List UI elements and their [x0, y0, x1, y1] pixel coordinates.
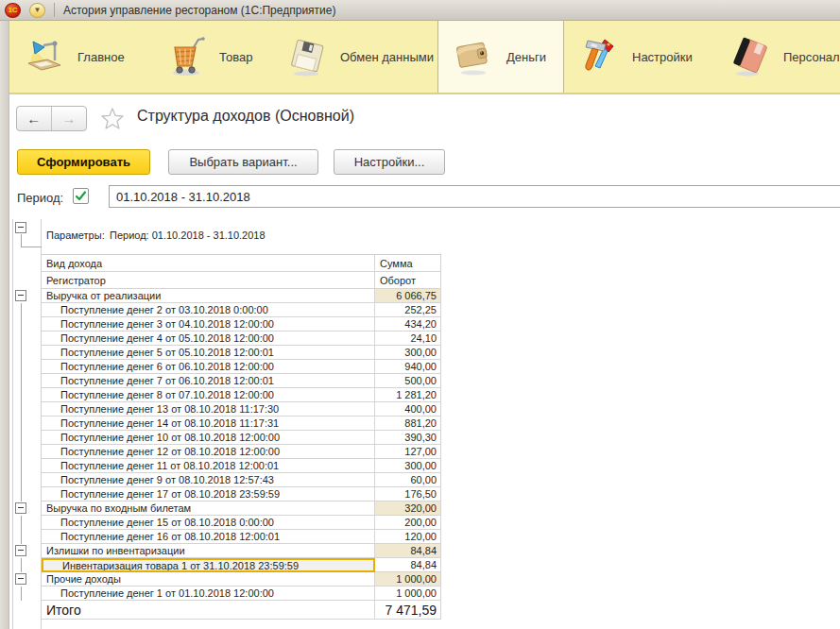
report-detail-row[interactable]: Инвентаризация товара 1 от 31.10.2018 23… [12, 558, 441, 572]
row-value-cell: 60,00 [375, 473, 441, 487]
1c-logo-icon: 1С [5, 3, 21, 18]
row-value-cell: 84,84 [375, 558, 441, 572]
favorite-star-icon[interactable] [99, 106, 126, 132]
tree-connector [21, 473, 22, 487]
row-name-cell: Прочие доходы [42, 572, 375, 586]
params-cell: Параметры: Период: 01.10.2018 - 31.10.20… [42, 219, 441, 255]
report-detail-row[interactable]: Поступление денег 16 от 08.10.2018 12:00… [12, 530, 441, 544]
report-detail-row[interactable]: Поступление денег 14 от 08.10.2018 11:17… [12, 416, 441, 431]
report-detail-row[interactable]: Поступление денег 9 от 08.10.2018 12:57:… [12, 473, 441, 487]
ribbon-tab-dengi[interactable]: Деньги [437, 21, 564, 93]
report-detail-row[interactable]: Поступление денег 17 от 08.10.2018 23:59… [12, 487, 441, 502]
report-detail-row[interactable]: Поступление денег 8 от 07.10.2018 12:00:… [12, 388, 441, 402]
params-label: Параметры: [46, 230, 105, 241]
row-value-cell: 400,00 [375, 402, 441, 416]
report-header-row-1[interactable]: Вид дохода Сумма [12, 255, 441, 272]
row-name-cell: Поступление денег 13 от 08.10.2018 11:17… [42, 402, 375, 416]
row-name-cell: Поступление денег 3 от 04.10.2018 12:00:… [42, 317, 375, 332]
header-gutter [12, 272, 42, 289]
report-detail-row[interactable]: Поступление денег 5 от 05.10.2018 12:00:… [12, 346, 441, 360]
row-name-cell: Поступление денег 14 от 08.10.2018 11:17… [42, 416, 375, 431]
row-gutter [12, 572, 42, 586]
settings-button[interactable]: Настройки... [334, 149, 445, 175]
row-value-cell: 120,00 [375, 530, 441, 544]
tree-connector [21, 558, 22, 572]
tree-connector [21, 303, 22, 317]
book-icon [730, 36, 770, 77]
row-gutter [12, 289, 42, 303]
report-header-row-2[interactable]: Регистратор Оборот [12, 272, 441, 289]
title-bar: 1С ▼ Астория управление рестораном (1С:П… [0, 0, 840, 21]
row-name-cell: Излишки по инвентаризации [42, 544, 375, 558]
row-value-cell: 434,20 [375, 317, 441, 332]
period-checkbox[interactable] [73, 188, 89, 204]
report-detail-row[interactable]: Поступление денег 11 от 08.10.2018 12:00… [12, 459, 441, 473]
forward-button[interactable]: → [52, 107, 87, 130]
row-gutter [12, 445, 42, 459]
collapse-all-icon[interactable] [15, 222, 26, 233]
sections-ribbon: Главное Товар Обмен данными [9, 21, 840, 94]
period-input[interactable]: 01.10.2018 - 31.10.2018 [109, 185, 840, 208]
report-group-row[interactable]: Излишки по инвентаризации84,84 [12, 544, 441, 558]
row-gutter [12, 530, 42, 544]
main-menu-dropdown-button[interactable]: ▼ [29, 3, 45, 18]
ribbon-tab-label: Товар [219, 50, 252, 64]
collapse-group-icon[interactable] [15, 545, 26, 556]
row-name-cell: Выручка от реализации [42, 289, 375, 303]
row-value-cell: 500,00 [375, 374, 441, 388]
tree-connector [21, 416, 22, 431]
column-header-sum: Сумма [375, 255, 441, 272]
row-name-cell: Поступление денег 1 от 01.10.2018 12:00:… [42, 586, 375, 601]
report-detail-row[interactable]: Поступление денег 2 от 03.10.2018 0:00:0… [12, 303, 441, 317]
collapse-group-icon[interactable] [15, 502, 26, 514]
ribbon-tab-glavnoe[interactable]: Главное [9, 21, 151, 93]
collapse-group-icon[interactable] [15, 573, 26, 585]
total-value: 7 471,59 [375, 601, 441, 620]
row-gutter [12, 374, 42, 388]
tree-connector [21, 374, 22, 388]
report-group-row[interactable]: Выручка от реализации6 066,75 [12, 289, 441, 303]
choose-variant-button[interactable]: Выбрать вариант... [168, 149, 318, 175]
ribbon-tab-obmen-dannymi[interactable]: Обмен данными [272, 21, 437, 93]
window-title: Астория управление рестораном (1С:Предпр… [63, 4, 335, 17]
period-label: Период: [17, 191, 63, 205]
report-group-row[interactable]: Прочие доходы1 000,00 [12, 572, 441, 586]
report-params-row[interactable]: Параметры: Период: 01.10.2018 - 31.10.20… [12, 219, 441, 255]
back-button[interactable]: ← [17, 107, 52, 130]
row-gutter [12, 317, 42, 332]
tree-connector [21, 332, 22, 346]
row-gutter [12, 473, 42, 487]
row-value-cell: 940,00 [375, 360, 441, 374]
report-total-row[interactable]: Итого 7 471,59 [12, 601, 441, 620]
row-gutter [12, 586, 42, 601]
tree-connector [21, 487, 22, 502]
generate-button[interactable]: Сформировать [17, 149, 150, 175]
report-rows: Выручка от реализации6 066,75Поступление… [12, 289, 441, 601]
row-value-cell: 881,20 [375, 416, 441, 431]
report-detail-row[interactable]: Поступление денег 13 от 08.10.2018 11:17… [12, 402, 441, 416]
collapse-group-icon[interactable] [15, 290, 26, 301]
report-detail-row[interactable]: Поступление денег 10 от 08.10.2018 12:00… [12, 431, 441, 445]
report-detail-row[interactable]: Поступление денег 15 от 08.10.2018 0:00:… [12, 516, 441, 530]
tools-icon [579, 36, 619, 77]
row-value-cell: 1 000,00 [375, 572, 441, 586]
ribbon-tab-label: Персонал [783, 50, 840, 64]
report-detail-row[interactable]: Поступление денег 4 от 05.10.2018 12:00:… [12, 332, 441, 346]
ribbon-tab-nastroyki[interactable]: Настройки [564, 21, 715, 93]
row-gutter [12, 402, 42, 416]
ribbon-tab-tovar[interactable]: Товар [151, 21, 272, 93]
report-detail-row[interactable]: Поступление денег 6 от 06.10.2018 12:00:… [12, 360, 441, 374]
row-value-cell: 127,00 [375, 445, 441, 459]
report-detail-row[interactable]: Поступление денег 3 от 04.10.2018 12:00:… [12, 317, 441, 332]
row-value-cell: 6 066,75 [375, 289, 441, 303]
report-detail-row[interactable]: Поступление денег 1 от 01.10.2018 12:00:… [12, 586, 441, 601]
row-value-cell: 1 281,20 [375, 388, 441, 402]
row-name-cell: Поступление денег 12 от 08.10.2018 12:00… [42, 445, 375, 459]
report-detail-row[interactable]: Поступление денег 12 от 08.10.2018 12:00… [12, 445, 441, 459]
report-detail-row[interactable]: Поступление денег 7 от 06.10.2018 12:00:… [12, 374, 441, 388]
row-name-cell: Инвентаризация товара 1 от 31.10.2018 23… [42, 558, 375, 572]
ribbon-tab-personal[interactable]: Персонал [715, 21, 840, 93]
desk-lamp-icon [25, 36, 64, 77]
report-group-row[interactable]: Выручка по входным билетам320,00 [12, 502, 441, 516]
row-value-cell: 24,10 [375, 332, 441, 346]
